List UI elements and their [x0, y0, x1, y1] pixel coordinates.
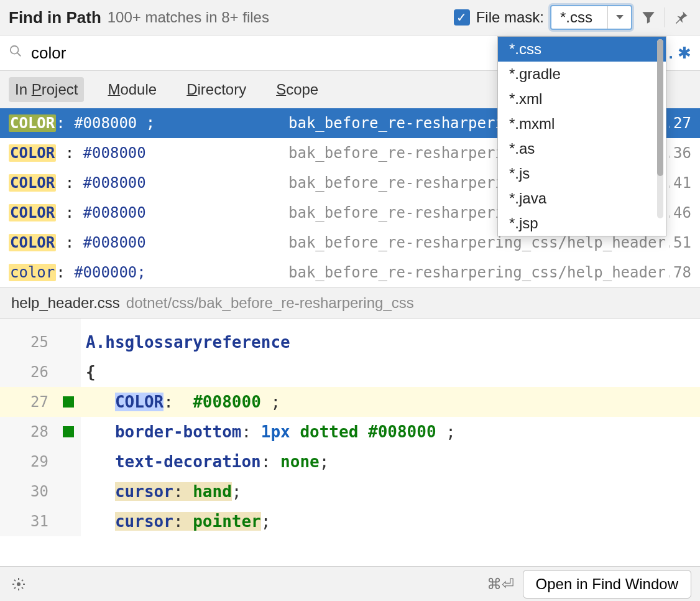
combo-arrow-icon[interactable]: [607, 6, 631, 29]
regex-toggle-icon[interactable]: . ✱: [669, 44, 691, 63]
scope-tab-scope[interactable]: Scope: [270, 77, 325, 102]
dropdown-item[interactable]: *.jsp: [498, 211, 666, 236]
preview-path: dotnet/css/bak_before_re-resharpering_cs…: [126, 294, 414, 312]
dropdown-item[interactable]: *.js: [498, 161, 666, 186]
code-line[interactable]: 26{: [0, 357, 700, 387]
dropdown-item[interactable]: *.java: [498, 186, 666, 211]
filter-icon[interactable]: [638, 7, 658, 27]
gutter-line-number: 30: [0, 477, 56, 506]
code-line[interactable]: 27 COLOR: #008000 ;: [0, 387, 700, 417]
svg-point-2: [17, 582, 21, 586]
gutter-marker: [56, 327, 81, 357]
code-line[interactable]: 29 text-decoration: none;: [0, 447, 700, 477]
code-line[interactable]: 25A.hsglossaryreference: [0, 327, 700, 357]
gutter-marker: [56, 447, 81, 477]
separator: [665, 7, 665, 27]
settings-gear-icon[interactable]: [9, 574, 29, 594]
gutter-line-number: 29: [0, 447, 56, 477]
dropdown-item[interactable]: *.mxml: [498, 111, 666, 136]
dropdown-item[interactable]: *.xml: [498, 86, 666, 111]
pin-icon[interactable]: [671, 7, 691, 27]
keyboard-hint: ⌘⏎: [487, 575, 514, 593]
dropdown-item[interactable]: *.as: [498, 136, 666, 161]
search-icon: [9, 44, 22, 62]
color-swatch-icon: [63, 396, 74, 408]
gutter-marker: [56, 417, 81, 447]
gutter-marker: [56, 357, 81, 387]
result-row[interactable]: color: #000000;bak_before_re-resharperin…: [0, 258, 700, 287]
code-line[interactable]: 28 border-bottom: 1px dotted #008000 ;: [0, 417, 700, 447]
color-swatch-icon: [63, 426, 74, 437]
gutter-line-number: 26: [0, 357, 56, 387]
preview-header: help_header.css dotnet/css/bak_before_re…: [0, 287, 700, 319]
preview-file-name: help_header.css: [11, 294, 120, 312]
code-preview[interactable]: 25A.hsglossaryreference26{27 COLOR: #008…: [0, 319, 700, 566]
code-line[interactable]: 30 cursor: hand;: [0, 477, 700, 506]
svg-point-0: [11, 46, 19, 54]
file-mask-combo[interactable]: *.css: [550, 5, 632, 30]
file-mask-dropdown[interactable]: *.css*.gradle*.xml*.mxml*.as*.js*.java*.…: [497, 36, 666, 236]
file-mask-checkbox[interactable]: ✓: [454, 9, 470, 26]
dropdown-item[interactable]: *.gradle: [498, 62, 666, 86]
dropdown-scrollbar-thumb[interactable]: [657, 39, 663, 176]
svg-line-1: [17, 53, 21, 57]
gutter-marker: [56, 477, 81, 506]
file-mask-label: File mask:: [476, 9, 544, 26]
file-mask-value: *.css: [551, 9, 607, 26]
dialog-footer: ⌘⏎ Open in Find Window: [0, 566, 700, 601]
gutter-line-number: 31: [0, 506, 56, 536]
gutter-line-number: 28: [0, 417, 56, 447]
dropdown-item[interactable]: *.css: [498, 37, 666, 62]
code-line[interactable]: 31 cursor: pointer;: [0, 506, 700, 536]
gutter-line-number: 27: [0, 387, 56, 417]
scope-tab-module[interactable]: Module: [101, 77, 163, 102]
open-in-find-window-button[interactable]: Open in Find Window: [523, 570, 691, 599]
gutter-marker: [56, 506, 81, 536]
match-count: 100+ matches in 8+ files: [108, 9, 269, 26]
scope-tab-directory[interactable]: Directory: [180, 77, 252, 102]
dialog-header: Find in Path 100+ matches in 8+ files ✓ …: [0, 0, 700, 35]
gutter-marker: [56, 387, 81, 417]
scope-tab-in-project[interactable]: In Project: [9, 77, 84, 102]
dialog-title: Find in Path: [9, 8, 101, 27]
gutter-line-number: 25: [0, 327, 56, 357]
